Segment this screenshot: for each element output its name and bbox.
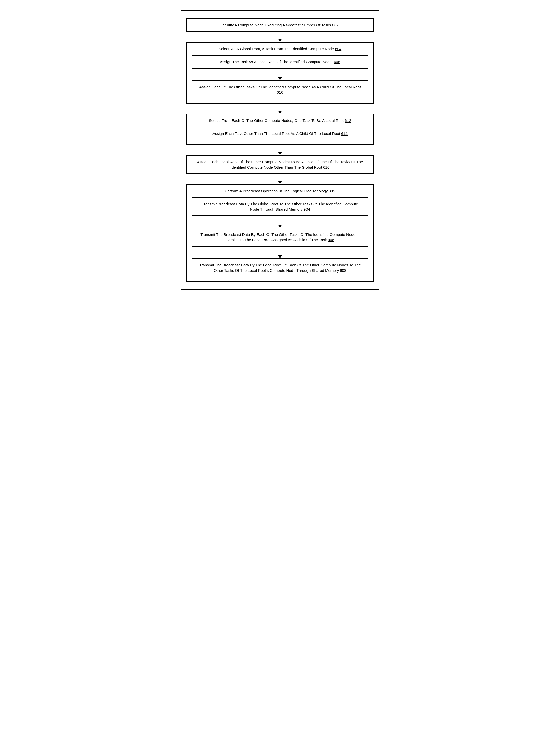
group-604-ref: 604 (335, 47, 341, 51)
arrow-1 (278, 32, 282, 42)
group-612-header: Select, From Each Of The Other Compute N… (187, 114, 373, 127)
group-612: Select, From Each Of The Other Compute N… (186, 114, 374, 145)
node-904: Transmit Broadcast Data By The Global Ro… (192, 197, 368, 216)
node-608-ref: 608 (334, 60, 340, 64)
node-614: Assign Each Task Other Than The Local Ro… (192, 127, 368, 140)
arrow-inner-2 (278, 220, 282, 228)
node-610-ref: 610 (277, 90, 283, 95)
node-602-text: Identify A Compute Node Executing A Grea… (221, 23, 338, 27)
node-602: Identify A Compute Node Executing A Grea… (186, 18, 374, 32)
node-908: Transmit The Broadcast Data By The Local… (192, 258, 368, 277)
node-616-text: Assign Each Local Root Of The Other Comp… (197, 160, 363, 169)
group-902-ref: 902 (329, 189, 335, 193)
group-612-ref: 612 (345, 118, 351, 123)
arrow-3 (278, 145, 282, 155)
node-904-ref: 904 (304, 207, 310, 212)
arrow-inner-3 (278, 251, 282, 258)
arrow-2 (278, 104, 282, 114)
arrow-inner-1 (278, 73, 282, 80)
node-908-ref: 908 (340, 268, 346, 273)
group-902-header: Perform A Broadcast Operation In The Log… (187, 185, 373, 197)
node-906-ref: 906 (328, 238, 334, 242)
node-608: Assign The Task As A Local Root Of The I… (192, 55, 368, 69)
node-614-ref: 614 (341, 131, 348, 136)
group-604-header: Select, As A Global Root, A Task From Th… (187, 43, 373, 55)
node-602-ref: 602 (332, 23, 339, 27)
node-616-ref: 616 (323, 165, 329, 169)
node-906: Transmit The Broadcast Data By Each Of T… (192, 228, 368, 247)
arrow-4 (278, 174, 282, 184)
node-616: Assign Each Local Root Of The Other Comp… (186, 155, 374, 174)
diagram-container: Identify A Compute Node Executing A Grea… (181, 10, 379, 290)
group-604: Select, As A Global Root, A Task From Th… (186, 42, 374, 104)
group-902: Perform A Broadcast Operation In The Log… (186, 184, 374, 282)
node-610: Assign Each Of The Other Tasks Of The Id… (192, 80, 368, 99)
